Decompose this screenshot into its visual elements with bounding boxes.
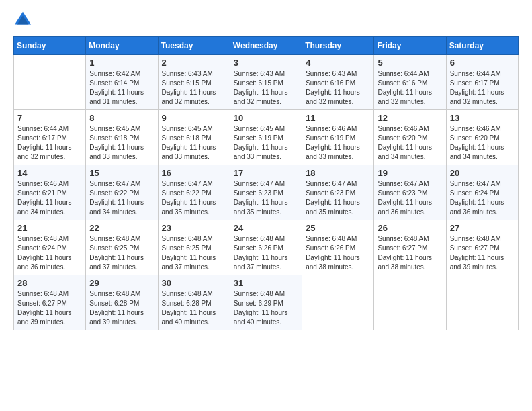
day-info: Sunrise: 6:48 AMSunset: 6:25 PMDaylight:… — [89, 235, 144, 271]
calendar-cell: 2 Sunrise: 6:43 AMSunset: 6:15 PMDayligh… — [158, 55, 230, 110]
calendar-cell: 20 Sunrise: 6:47 AMSunset: 6:24 PMDaylig… — [446, 165, 518, 220]
week-row-2: 7 Sunrise: 6:44 AMSunset: 6:17 PMDayligh… — [14, 110, 519, 165]
col-header-friday: Friday — [374, 37, 446, 55]
day-number: 7 — [17, 113, 82, 123]
week-row-1: 1 Sunrise: 6:42 AMSunset: 6:14 PMDayligh… — [14, 55, 519, 110]
day-number: 1 — [89, 58, 154, 68]
day-number: 24 — [234, 223, 298, 233]
calendar-cell: 28 Sunrise: 6:48 AMSunset: 6:27 PMDaylig… — [14, 275, 86, 330]
day-number: 6 — [450, 58, 515, 68]
col-header-wednesday: Wednesday — [230, 37, 302, 55]
calendar-cell: 17 Sunrise: 6:47 AMSunset: 6:23 PMDaylig… — [230, 165, 302, 220]
calendar-cell: 3 Sunrise: 6:43 AMSunset: 6:15 PMDayligh… — [230, 55, 302, 110]
day-number: 12 — [378, 113, 442, 123]
page-container: SundayMondayTuesdayWednesdayThursdayFrid… — [0, 0, 532, 337]
day-number: 25 — [306, 223, 370, 233]
logo — [13, 11, 35, 30]
day-info: Sunrise: 6:47 AMSunset: 6:23 PMDaylight:… — [306, 180, 360, 216]
calendar-cell: 9 Sunrise: 6:45 AMSunset: 6:18 PMDayligh… — [158, 110, 230, 165]
day-number: 11 — [306, 113, 370, 123]
col-header-sunday: Sunday — [14, 37, 86, 55]
day-info: Sunrise: 6:46 AMSunset: 6:20 PMDaylight:… — [450, 125, 504, 161]
day-info: Sunrise: 6:46 AMSunset: 6:21 PMDaylight:… — [17, 180, 72, 216]
calendar-cell: 31 Sunrise: 6:48 AMSunset: 6:29 PMDaylig… — [230, 275, 302, 330]
day-info: Sunrise: 6:47 AMSunset: 6:23 PMDaylight:… — [378, 180, 432, 216]
day-info: Sunrise: 6:44 AMSunset: 6:17 PMDaylight:… — [17, 125, 72, 161]
day-number: 31 — [234, 278, 298, 288]
day-number: 26 — [378, 223, 442, 233]
day-number: 29 — [89, 278, 154, 288]
calendar-cell: 30 Sunrise: 6:48 AMSunset: 6:28 PMDaylig… — [158, 275, 230, 330]
day-info: Sunrise: 6:48 AMSunset: 6:29 PMDaylight:… — [234, 290, 288, 326]
calendar-cell: 7 Sunrise: 6:44 AMSunset: 6:17 PMDayligh… — [14, 110, 86, 165]
week-row-4: 21 Sunrise: 6:48 AMSunset: 6:24 PMDaylig… — [14, 220, 519, 275]
calendar-cell: 19 Sunrise: 6:47 AMSunset: 6:23 PMDaylig… — [374, 165, 446, 220]
header-row: SundayMondayTuesdayWednesdayThursdayFrid… — [14, 37, 519, 55]
calendar-cell — [302, 275, 374, 330]
col-header-thursday: Thursday — [302, 37, 374, 55]
calendar-cell: 8 Sunrise: 6:45 AMSunset: 6:18 PMDayligh… — [86, 110, 158, 165]
calendar-cell — [14, 55, 86, 110]
calendar-cell: 10 Sunrise: 6:45 AMSunset: 6:19 PMDaylig… — [230, 110, 302, 165]
day-number: 14 — [17, 168, 82, 178]
calendar-cell: 27 Sunrise: 6:48 AMSunset: 6:27 PMDaylig… — [446, 220, 518, 275]
calendar-cell: 5 Sunrise: 6:44 AMSunset: 6:16 PMDayligh… — [374, 55, 446, 110]
day-number: 10 — [234, 113, 298, 123]
day-info: Sunrise: 6:45 AMSunset: 6:18 PMDaylight:… — [89, 125, 144, 161]
day-info: Sunrise: 6:48 AMSunset: 6:25 PMDaylight:… — [162, 235, 216, 271]
day-info: Sunrise: 6:43 AMSunset: 6:15 PMDaylight:… — [162, 70, 216, 105]
day-number: 30 — [162, 278, 226, 288]
col-header-tuesday: Tuesday — [158, 37, 230, 55]
calendar-cell: 24 Sunrise: 6:48 AMSunset: 6:26 PMDaylig… — [230, 220, 302, 275]
day-info: Sunrise: 6:47 AMSunset: 6:22 PMDaylight:… — [89, 180, 144, 216]
day-info: Sunrise: 6:45 AMSunset: 6:18 PMDaylight:… — [162, 125, 216, 161]
day-number: 15 — [89, 168, 154, 178]
calendar-cell: 25 Sunrise: 6:48 AMSunset: 6:26 PMDaylig… — [302, 220, 374, 275]
day-info: Sunrise: 6:46 AMSunset: 6:19 PMDaylight:… — [306, 125, 360, 161]
day-number: 20 — [450, 168, 515, 178]
calendar-cell: 26 Sunrise: 6:48 AMSunset: 6:27 PMDaylig… — [374, 220, 446, 275]
calendar-cell: 12 Sunrise: 6:46 AMSunset: 6:20 PMDaylig… — [374, 110, 446, 165]
day-info: Sunrise: 6:48 AMSunset: 6:26 PMDaylight:… — [234, 235, 288, 271]
col-header-monday: Monday — [86, 37, 158, 55]
week-row-3: 14 Sunrise: 6:46 AMSunset: 6:21 PMDaylig… — [14, 165, 519, 220]
calendar-cell — [446, 275, 518, 330]
calendar-cell: 13 Sunrise: 6:46 AMSunset: 6:20 PMDaylig… — [446, 110, 518, 165]
day-info: Sunrise: 6:48 AMSunset: 6:27 PMDaylight:… — [378, 235, 432, 271]
calendar-cell: 11 Sunrise: 6:46 AMSunset: 6:19 PMDaylig… — [302, 110, 374, 165]
day-number: 22 — [89, 223, 154, 233]
day-number: 18 — [306, 168, 370, 178]
calendar-cell: 16 Sunrise: 6:47 AMSunset: 6:22 PMDaylig… — [158, 165, 230, 220]
day-info: Sunrise: 6:48 AMSunset: 6:26 PMDaylight:… — [306, 235, 360, 271]
logo-icon — [13, 11, 32, 30]
calendar-cell: 18 Sunrise: 6:47 AMSunset: 6:23 PMDaylig… — [302, 165, 374, 220]
calendar-cell: 23 Sunrise: 6:48 AMSunset: 6:25 PMDaylig… — [158, 220, 230, 275]
day-info: Sunrise: 6:48 AMSunset: 6:28 PMDaylight:… — [89, 290, 144, 326]
day-number: 4 — [306, 58, 370, 68]
day-info: Sunrise: 6:47 AMSunset: 6:22 PMDaylight:… — [162, 180, 216, 216]
calendar-table: SundayMondayTuesdayWednesdayThursdayFrid… — [13, 36, 519, 330]
day-number: 17 — [234, 168, 298, 178]
calendar-cell: 14 Sunrise: 6:46 AMSunset: 6:21 PMDaylig… — [14, 165, 86, 220]
day-info: Sunrise: 6:42 AMSunset: 6:14 PMDaylight:… — [89, 70, 144, 105]
day-info: Sunrise: 6:47 AMSunset: 6:23 PMDaylight:… — [234, 180, 288, 216]
day-info: Sunrise: 6:44 AMSunset: 6:17 PMDaylight:… — [450, 70, 504, 105]
day-info: Sunrise: 6:43 AMSunset: 6:15 PMDaylight:… — [234, 70, 288, 105]
calendar-cell: 15 Sunrise: 6:47 AMSunset: 6:22 PMDaylig… — [86, 165, 158, 220]
day-number: 8 — [89, 113, 154, 123]
calendar-cell: 4 Sunrise: 6:43 AMSunset: 6:16 PMDayligh… — [302, 55, 374, 110]
day-number: 16 — [162, 168, 226, 178]
day-info: Sunrise: 6:48 AMSunset: 6:27 PMDaylight:… — [450, 235, 504, 271]
col-header-saturday: Saturday — [446, 37, 518, 55]
calendar-cell: 1 Sunrise: 6:42 AMSunset: 6:14 PMDayligh… — [86, 55, 158, 110]
day-number: 19 — [378, 168, 442, 178]
day-number: 28 — [17, 278, 82, 288]
calendar-cell: 22 Sunrise: 6:48 AMSunset: 6:25 PMDaylig… — [86, 220, 158, 275]
day-number: 21 — [17, 223, 82, 233]
day-info: Sunrise: 6:48 AMSunset: 6:27 PMDaylight:… — [17, 290, 72, 326]
day-number: 23 — [162, 223, 226, 233]
day-info: Sunrise: 6:48 AMSunset: 6:28 PMDaylight:… — [162, 290, 216, 326]
page-header — [13, 11, 519, 30]
day-info: Sunrise: 6:44 AMSunset: 6:16 PMDaylight:… — [378, 70, 432, 105]
day-number: 9 — [162, 113, 226, 123]
